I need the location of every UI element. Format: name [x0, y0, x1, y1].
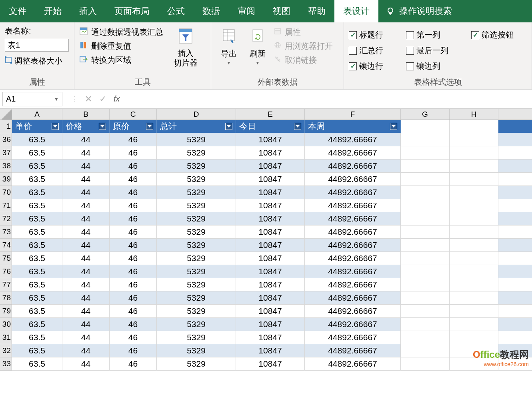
cell[interactable]: 63.5 — [12, 291, 62, 304]
table-header-cell[interactable]: 今日 — [236, 120, 305, 133]
cell[interactable]: 44892.66667 — [305, 199, 401, 212]
cell[interactable]: 5329 — [157, 305, 236, 317]
tell-me-search[interactable]: 操作说明搜索 — [378, 5, 459, 17]
cell[interactable]: 44 — [62, 146, 110, 159]
cell[interactable]: 63.5 — [12, 133, 62, 146]
cell[interactable] — [401, 146, 450, 159]
cell[interactable]: 46 — [110, 265, 157, 278]
cell[interactable]: 46 — [110, 199, 157, 212]
row-header[interactable]: 79 — [0, 305, 12, 318]
row-header[interactable]: 33 — [0, 357, 12, 371]
row-header[interactable]: 36 — [0, 133, 12, 146]
cell[interactable]: 10847 — [236, 173, 305, 186]
cell[interactable]: 10847 — [236, 318, 305, 331]
tab-review[interactable]: 审阅 — [229, 0, 264, 22]
cell[interactable]: 63.5 — [12, 252, 62, 265]
cell[interactable]: 44892.66667 — [305, 212, 401, 225]
row-header[interactable]: 32 — [0, 344, 12, 357]
cell[interactable]: 44 — [62, 278, 110, 291]
cell[interactable]: 10847 — [236, 278, 305, 291]
cell[interactable]: 44 — [62, 173, 110, 186]
cell[interactable] — [401, 160, 450, 172]
row-header[interactable]: 73 — [0, 225, 12, 239]
cell[interactable]: 5329 — [157, 146, 236, 159]
formula-input[interactable] — [126, 92, 532, 106]
cell[interactable]: 44892.66667 — [305, 133, 401, 146]
cell[interactable]: 5329 — [157, 160, 236, 172]
cell[interactable]: 44 — [62, 239, 110, 251]
row-header[interactable]: 71 — [0, 199, 12, 212]
cell[interactable]: 44892.66667 — [305, 344, 401, 357]
cell[interactable]: 44892.66667 — [305, 225, 401, 238]
cell[interactable]: 46 — [110, 160, 157, 172]
fx-icon[interactable]: fx — [114, 94, 120, 104]
cell[interactable]: 5329 — [157, 291, 236, 304]
name-box[interactable]: A1 ▼ — [2, 92, 62, 106]
cell[interactable]: 46 — [110, 133, 157, 146]
cell[interactable] — [450, 331, 498, 344]
tab-pagelayout[interactable]: 页面布局 — [106, 0, 158, 22]
cell[interactable]: 63.5 — [12, 331, 62, 344]
table-header-cell[interactable]: 原价 — [110, 120, 157, 133]
row-header[interactable]: 39 — [0, 173, 12, 186]
cell[interactable]: 10847 — [236, 344, 305, 357]
col-header-e[interactable]: E — [236, 109, 305, 120]
cell[interactable]: 46 — [110, 305, 157, 317]
cell[interactable] — [401, 173, 450, 186]
tab-help[interactable]: 帮助 — [299, 0, 334, 22]
cell[interactable]: 63.5 — [12, 278, 62, 291]
cell[interactable]: 44892.66667 — [305, 331, 401, 344]
filter-dropdown-icon[interactable] — [294, 123, 301, 130]
cell[interactable]: 10847 — [236, 291, 305, 304]
cell[interactable]: 44892.66667 — [305, 173, 401, 186]
table-header-cell[interactable]: 本周 — [305, 120, 401, 133]
tab-insert[interactable]: 插入 — [70, 0, 106, 22]
cell[interactable] — [401, 344, 450, 357]
cell[interactable]: 44892.66667 — [305, 318, 401, 331]
cell[interactable]: 5329 — [157, 265, 236, 278]
cell[interactable] — [401, 278, 450, 291]
cell[interactable]: 63.5 — [12, 160, 62, 172]
cell[interactable]: 63.5 — [12, 173, 62, 186]
col-header-c[interactable]: C — [110, 109, 157, 120]
cell[interactable] — [401, 199, 450, 212]
cell[interactable] — [401, 331, 450, 344]
cell[interactable]: 63.5 — [12, 212, 62, 225]
cell[interactable] — [401, 357, 450, 370]
checkbox-banded-rows[interactable]: 镶边行 — [349, 59, 396, 73]
cell[interactable]: 5329 — [157, 212, 236, 225]
cancel-formula-button[interactable]: ✕ — [85, 94, 92, 104]
cell[interactable]: 5329 — [157, 225, 236, 238]
cell[interactable]: 44 — [62, 212, 110, 225]
insert-slicer-button[interactable]: 插入切片器 — [170, 26, 202, 69]
cell[interactable]: 46 — [110, 252, 157, 265]
col-header-f[interactable]: F — [305, 109, 401, 120]
row-header[interactable]: 37 — [0, 146, 12, 160]
cell[interactable]: 46 — [110, 278, 157, 291]
cell[interactable]: 46 — [110, 357, 157, 370]
cell[interactable]: 44 — [62, 305, 110, 317]
cell[interactable] — [401, 239, 450, 251]
cell[interactable] — [450, 146, 498, 159]
checkbox-header-row[interactable]: 标题行 — [349, 28, 396, 42]
cell[interactable] — [450, 318, 498, 331]
cell[interactable]: 44 — [62, 133, 110, 146]
cell[interactable]: 63.5 — [12, 239, 62, 251]
cell[interactable]: 46 — [110, 331, 157, 344]
cell[interactable]: 44 — [62, 291, 110, 304]
cell[interactable]: 44 — [62, 252, 110, 265]
checkbox-total-row[interactable]: 汇总行 — [349, 44, 396, 58]
cell[interactable]: 10847 — [236, 252, 305, 265]
cell[interactable]: 5329 — [157, 239, 236, 251]
cell[interactable]: 44 — [62, 199, 110, 212]
cell[interactable] — [401, 318, 450, 331]
cell[interactable]: 44892.66667 — [305, 265, 401, 278]
cell[interactable]: 63.5 — [12, 318, 62, 331]
tab-file[interactable]: 文件 — [0, 0, 35, 22]
row-header[interactable]: 78 — [0, 291, 12, 305]
cell[interactable]: 46 — [110, 146, 157, 159]
table-header-cell[interactable]: 价格 — [62, 120, 110, 133]
cell[interactable]: 44892.66667 — [305, 252, 401, 265]
checkbox-filter-button[interactable]: 筛选按钮 — [471, 28, 527, 42]
col-header-h[interactable]: H — [450, 109, 498, 120]
